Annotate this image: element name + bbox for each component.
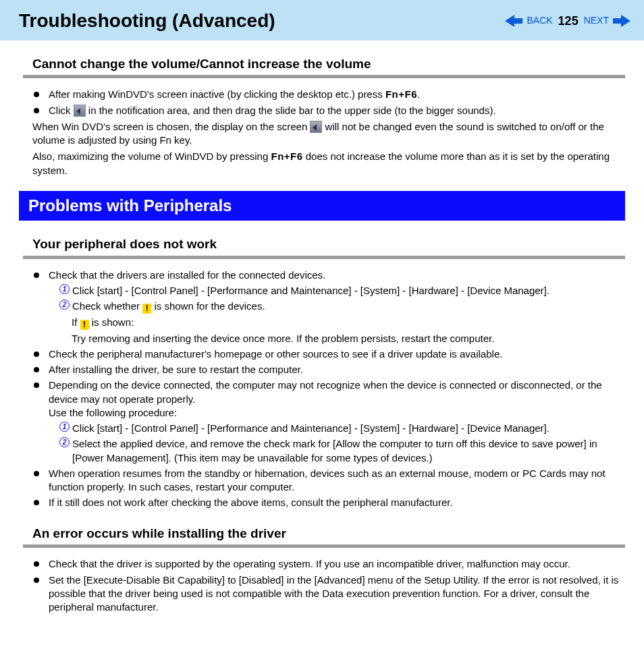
key-combo: Fn+F6 [271,150,302,162]
speaker-icon [74,105,86,117]
step-badge-1: 1 [59,422,70,432]
page-nav: BACK 125 NEXT [505,13,630,29]
list-item: Check the peripheral manufacturer's home… [32,347,625,361]
paragraph: Also, maximizing the volume of WinDVD by… [19,150,625,177]
divider [23,544,625,548]
list-item: After installing the driver, be sure to … [32,363,625,376]
volume-list: After making WinDVD's screen inactive (b… [19,88,625,117]
next-arrow-icon[interactable] [613,15,630,27]
step-row: 2 Check whether ! is shown for the devic… [59,300,625,314]
step-badge-2: 2 [59,300,70,310]
section-driver-error-title: An error occurs while installing the dri… [19,525,625,542]
next-link[interactable]: NEXT [584,14,609,27]
sub-note: If ! is shown: [72,316,625,330]
section-peripheral-title: Your peripheral does not work [19,235,625,253]
key-combo: Fn+F6 [385,88,417,100]
section-volume-title: Cannot change the volume/Cannot increase… [19,55,625,73]
back-link[interactable]: BACK [527,14,552,27]
list-item: If it still does not work after checking… [32,496,625,509]
section-banner: Problems with Peripherals [19,191,625,221]
svg-marker-1 [613,15,630,27]
step-row: 1 Click [start] - [Control Panel] - [Per… [59,284,625,298]
header-bar: Troubleshooting (Advanced) BACK 125 NEXT [0,0,644,40]
page-number: 125 [558,13,579,29]
step-badge-2: 2 [59,437,70,447]
sub-steps: 1 Click [start] - [Control Panel] - [Per… [59,284,625,314]
list-item: Check that the driver is supported by th… [32,557,625,571]
list-item: When operation resumes from the standby … [32,467,625,495]
divider [23,256,625,259]
svg-marker-0 [505,15,522,27]
warning-icon: ! [142,304,151,314]
peripheral-list: Check that the drivers are installed for… [19,269,625,282]
list-item: Set the [Execute-Disable Bit Capability]… [32,573,625,615]
driver-error-list: Check that the driver is supported by th… [19,557,625,614]
sub-steps-2: 1 Click [start] - [Control Panel] - [Per… [59,422,625,465]
list-item: After making WinDVD's screen inactive (b… [32,88,625,101]
divider [23,75,625,78]
content-area: Cannot change the volume/Cannot increase… [0,55,644,630]
list-item: Depending on the device connected, the c… [32,378,625,420]
warning-icon: ! [80,320,89,330]
step-badge-1: 1 [59,284,70,294]
step-row: 2 Select the applied device, and remove … [59,437,625,465]
step-row: 1 Click [start] - [Control Panel] - [Per… [59,422,625,435]
list-item: Check that the drivers are installed for… [32,269,625,282]
list-item: Click in the notification area, and then… [32,104,625,117]
sub-note: Try removing and inserting the device on… [72,332,625,345]
peripheral-list-3: When operation resumes from the standby … [19,467,625,510]
paragraph: When Win DVD's screen is chosen, the dis… [19,120,625,148]
peripheral-list-2: Check the peripheral manufacturer's home… [19,347,625,420]
back-arrow-icon[interactable] [505,15,522,27]
page-title: Troubleshooting (Advanced) [19,8,275,34]
speaker-icon [310,121,322,133]
